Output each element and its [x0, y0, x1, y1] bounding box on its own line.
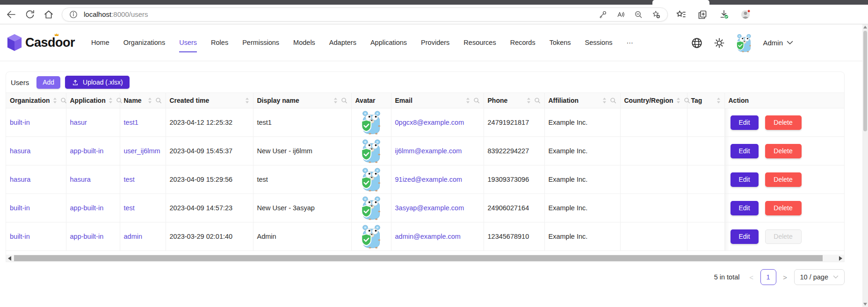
upload-xlsx-button[interactable]: Upload (.xlsx) — [65, 76, 130, 89]
menu-item-records[interactable]: Records — [503, 36, 542, 50]
scroll-right-arrow-icon[interactable] — [839, 256, 842, 261]
organization-link[interactable]: hasura — [6, 137, 66, 165]
gopher-shield-avatar[interactable] — [361, 196, 382, 220]
email-link[interactable]: admin@example.com — [391, 222, 484, 251]
pagination-page-1[interactable]: 1 — [760, 269, 776, 285]
site-info-icon[interactable] — [69, 10, 78, 19]
downloads-icon[interactable] — [718, 9, 730, 20]
search-icon[interactable] — [473, 97, 480, 104]
read-aloud-icon[interactable] — [616, 10, 625, 19]
gopher-avatar[interactable] — [736, 34, 752, 52]
application-link[interactable]: app-built-in — [66, 194, 120, 222]
menu-item-models[interactable]: Models — [286, 36, 322, 50]
column-header-country-region[interactable]: Country/Region — [620, 93, 687, 108]
search-icon[interactable] — [684, 97, 690, 104]
sort-icon[interactable] — [245, 97, 249, 104]
user-name-link[interactable]: test — [120, 165, 166, 194]
collections-icon[interactable] — [697, 9, 708, 20]
column-header-application[interactable]: Application — [66, 93, 120, 108]
edit-button[interactable]: Edit — [731, 115, 759, 130]
organization-link[interactable]: built-in — [6, 222, 66, 251]
scroll-up-arrow-icon[interactable] — [863, 26, 867, 29]
email-link[interactable]: 0pgcx8@example.com — [391, 108, 484, 137]
add-favorite-icon[interactable] — [651, 10, 661, 19]
search-icon[interactable] — [60, 97, 67, 104]
gopher-shield-avatar[interactable] — [361, 139, 382, 163]
edit-button[interactable]: Edit — [731, 144, 759, 158]
email-link[interactable]: ij6lmm@example.com — [391, 137, 484, 165]
email-link[interactable]: 3asyap@example.com — [391, 194, 484, 222]
column-header-affiliation[interactable]: Affiliation — [544, 93, 620, 108]
refresh-icon[interactable] — [24, 9, 36, 20]
casdoor-logo[interactable]: Casdoor — [7, 34, 75, 51]
theme-sun-icon[interactable] — [713, 37, 725, 49]
menu-item-resources[interactable]: Resources — [456, 36, 503, 50]
menu-item-applications[interactable]: Applications — [363, 36, 414, 50]
delete-button[interactable]: Delete — [765, 201, 802, 215]
organization-link[interactable]: hasura — [6, 165, 66, 194]
sort-icon[interactable] — [53, 97, 57, 104]
menu-item-sessions[interactable]: Sessions — [578, 36, 620, 50]
sort-icon[interactable] — [108, 97, 113, 104]
url-text[interactable]: localhost:8000/users — [84, 10, 148, 18]
vertical-scrollbar[interactable] — [862, 24, 868, 307]
scroll-left-arrow-icon[interactable] — [8, 256, 11, 261]
menu-item-providers[interactable]: Providers — [414, 36, 456, 50]
horizontal-scrollbar[interactable] — [6, 255, 844, 262]
column-header-name[interactable]: Name — [120, 93, 166, 108]
menu-item-organizations[interactable]: Organizations — [116, 36, 172, 50]
email-link[interactable]: 91ized@example.com — [391, 165, 484, 194]
menu-item-roles[interactable]: Roles — [204, 36, 235, 50]
menu-item-home[interactable]: Home — [84, 36, 116, 50]
add-button[interactable]: Add — [36, 76, 60, 89]
organization-link[interactable]: built-in — [6, 194, 66, 222]
menu-item-tokens[interactable]: Tokens — [542, 36, 578, 50]
user-name-link[interactable]: test1 — [120, 108, 166, 137]
edit-button[interactable]: Edit — [731, 172, 759, 187]
edit-button[interactable]: Edit — [731, 229, 759, 244]
back-icon[interactable] — [6, 9, 17, 20]
column-header-organization[interactable]: Organization — [6, 93, 66, 108]
column-header-tag[interactable]: Tag — [687, 93, 724, 108]
application-link[interactable]: app-built-in — [66, 222, 120, 251]
address-bar[interactable]: localhost:8000/users — [62, 7, 668, 21]
gopher-shield-avatar[interactable] — [361, 224, 382, 249]
gopher-shield-avatar[interactable] — [361, 167, 382, 192]
menu-item-more[interactable]: ··· — [619, 36, 640, 50]
page-size-select[interactable]: 10 / page — [794, 269, 845, 285]
application-link[interactable]: app-built-in — [66, 137, 120, 165]
zoom-out-icon[interactable] — [634, 10, 643, 19]
search-icon[interactable] — [155, 97, 162, 104]
browser-profile-icon[interactable] — [740, 9, 751, 20]
gopher-shield-avatar[interactable] — [361, 110, 382, 135]
home-icon[interactable] — [43, 9, 54, 20]
sort-icon[interactable] — [466, 97, 470, 104]
organization-link[interactable]: built-in — [6, 108, 66, 137]
delete-button[interactable]: Delete — [765, 115, 802, 130]
vertical-scrollbar-thumb[interactable] — [863, 31, 867, 131]
edit-button[interactable]: Edit — [731, 201, 759, 215]
menu-item-permissions[interactable]: Permissions — [235, 36, 286, 50]
search-icon[interactable] — [341, 97, 347, 104]
menu-item-adapters[interactable]: Adapters — [322, 36, 363, 50]
globe-icon[interactable] — [691, 37, 703, 49]
application-link[interactable]: hasura — [66, 165, 120, 194]
column-header-phone[interactable]: Phone — [484, 93, 544, 108]
search-icon[interactable] — [534, 97, 541, 104]
delete-button[interactable]: Delete — [765, 172, 802, 187]
horizontal-scrollbar-thumb[interactable] — [14, 255, 823, 261]
sort-icon[interactable] — [676, 97, 680, 104]
column-header-created-time[interactable]: Created time — [166, 93, 253, 108]
pagination-next-button[interactable]: > — [781, 273, 789, 281]
delete-button[interactable]: Delete — [765, 144, 802, 158]
password-key-icon[interactable] — [598, 10, 608, 19]
sort-icon[interactable] — [333, 97, 338, 104]
search-icon[interactable] — [610, 97, 616, 104]
sort-icon[interactable] — [148, 97, 152, 104]
favorites-icon[interactable] — [675, 9, 687, 20]
scroll-down-arrow-icon[interactable] — [863, 303, 867, 306]
account-menu[interactable]: Admin — [763, 39, 793, 47]
sort-icon[interactable] — [716, 97, 721, 104]
application-link[interactable]: hasur — [66, 108, 120, 137]
user-name-link[interactable]: admin — [120, 222, 166, 251]
